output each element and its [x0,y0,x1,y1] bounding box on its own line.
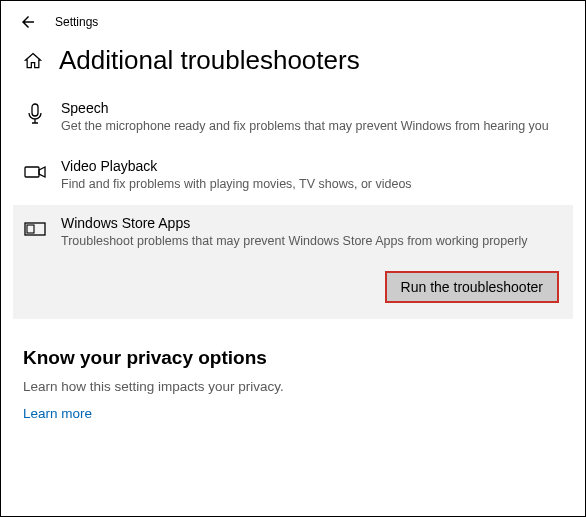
item-desc: Find and fix problems with playing movie… [61,176,555,194]
back-icon[interactable] [19,13,37,31]
store-apps-icon [23,217,47,241]
page-title: Additional troubleshooters [59,45,360,76]
svg-rect-0 [32,104,38,116]
item-text: Windows Store Apps Troubleshoot problems… [61,215,563,251]
window-header: Settings [1,1,585,39]
privacy-title: Know your privacy options [23,347,563,369]
run-troubleshooter-button[interactable]: Run the troubleshooter [385,271,559,303]
privacy-desc: Learn how this setting impacts your priv… [23,379,563,394]
troubleshooter-windows-store-apps[interactable]: Windows Store Apps Troubleshoot problems… [13,205,573,263]
item-text: Speech Get the microphone ready and fix … [61,100,563,136]
item-title: Windows Store Apps [61,215,555,231]
item-text: Video Playback Find and fix problems wit… [61,158,563,194]
privacy-section: Know your privacy options Learn how this… [1,319,585,421]
troubleshooter-video-playback[interactable]: Video Playback Find and fix problems wit… [13,148,573,206]
svg-rect-1 [25,167,39,177]
run-row: Run the troubleshooter [13,263,573,319]
item-title: Speech [61,100,555,116]
item-desc: Get the microphone ready and fix problem… [61,118,555,136]
troubleshooter-speech[interactable]: Speech Get the microphone ready and fix … [13,90,573,148]
item-title: Video Playback [61,158,555,174]
troubleshooter-list: Speech Get the microphone ready and fix … [1,90,585,319]
settings-label: Settings [55,15,98,29]
item-desc: Troubleshoot problems that may prevent W… [61,233,555,251]
svg-rect-3 [27,225,34,233]
video-icon [23,160,47,184]
learn-more-link[interactable]: Learn more [23,406,563,421]
title-row: Additional troubleshooters [1,39,585,90]
microphone-icon [23,102,47,126]
home-icon[interactable] [23,51,43,71]
